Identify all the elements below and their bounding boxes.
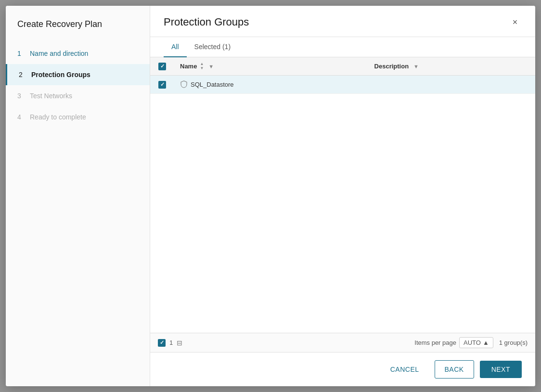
action-bar: CANCEL BACK NEXT — [150, 352, 535, 386]
step-label-2: Protection Groups — [31, 71, 90, 78]
row-checkbox[interactable] — [158, 81, 166, 89]
close-button[interactable]: × — [508, 15, 522, 29]
sidebar-step-4: 4 Ready to complete — [6, 106, 150, 128]
footer-clear-icon[interactable]: ⊟ — [177, 339, 182, 347]
row-name-cell: SQL_Datastore — [174, 76, 369, 94]
th-name-label: Name — [180, 63, 197, 70]
protection-groups-table: Name ▲ ▼ ▼ Description — [150, 57, 535, 94]
tab-all[interactable]: All — [164, 37, 187, 57]
sidebar-steps: 1 Name and direction 2 Protection Groups… — [6, 43, 150, 128]
items-per-page-select[interactable]: AUTO ▲ — [459, 337, 493, 348]
step-label-4: Ready to complete — [30, 113, 86, 121]
tab-selected[interactable]: Selected (1) — [187, 37, 238, 57]
filter-description-icon[interactable]: ▼ — [413, 64, 419, 69]
table-row[interactable]: SQL_Datastore — [150, 76, 535, 94]
footer-right: Items per page AUTO ▲ 1 group(s) — [414, 337, 528, 348]
row-name-value: SQL_Datastore — [191, 81, 234, 88]
table-header-row: Name ▲ ▼ ▼ Description — [150, 57, 535, 76]
sidebar-step-1: 1 Name and direction — [6, 43, 150, 64]
filter-name-icon[interactable]: ▼ — [208, 64, 214, 69]
th-checkbox — [150, 57, 174, 76]
items-per-page-value: AUTO — [464, 339, 481, 346]
step-number-1: 1 — [17, 50, 25, 57]
step-label-3: Test Networks — [30, 92, 72, 100]
row-checkbox-cell — [150, 76, 174, 94]
modal: Create Recovery Plan 1 Name and directio… — [6, 6, 535, 386]
table-footer: 1 ⊟ Items per page AUTO ▲ 1 group(s) — [150, 333, 535, 352]
step-label-1: Name and direction — [30, 50, 88, 57]
footer-select-checkbox[interactable] — [158, 339, 166, 347]
row-description-cell — [369, 76, 535, 94]
back-button[interactable]: BACK — [435, 360, 474, 379]
sort-asc-icon[interactable]: ▲ — [200, 62, 204, 66]
step-number-2: 2 — [19, 71, 26, 78]
cancel-button[interactable]: CANCEL — [381, 361, 429, 378]
groups-count: 1 group(s) — [499, 339, 528, 346]
footer-selected-count: 1 — [169, 339, 173, 346]
footer-left: 1 ⊟ — [158, 339, 182, 347]
next-button[interactable]: NEXT — [480, 361, 522, 378]
shield-icon — [180, 80, 188, 88]
th-description: Description ▼ — [369, 57, 535, 76]
items-per-page-label: Items per page — [414, 339, 456, 346]
content-header: Protection Groups × — [150, 6, 535, 37]
items-per-page-control: Items per page AUTO ▲ — [414, 337, 493, 348]
table-body: SQL_Datastore — [150, 76, 535, 94]
chevron-up-icon: ▲ — [483, 339, 489, 346]
content-panel: Protection Groups × All Selected (1) — [150, 6, 535, 386]
th-name: Name ▲ ▼ ▼ — [174, 57, 369, 76]
sidebar-step-2: 2 Protection Groups — [6, 64, 150, 85]
step-number-3: 3 — [17, 92, 25, 100]
sidebar: Create Recovery Plan 1 Name and directio… — [6, 6, 150, 386]
sort-icons-name: ▲ ▼ — [200, 62, 204, 70]
step-number-4: 4 — [17, 113, 25, 121]
select-all-checkbox[interactable] — [158, 63, 166, 70]
sort-desc-icon[interactable]: ▼ — [200, 66, 204, 70]
sidebar-title: Create Recovery Plan — [6, 19, 150, 43]
content-title: Protection Groups — [164, 16, 249, 28]
modal-overlay: Create Recovery Plan 1 Name and directio… — [0, 0, 541, 392]
th-description-label: Description — [374, 63, 409, 70]
table-container: Name ▲ ▼ ▼ Description — [150, 57, 535, 333]
sidebar-step-3: 3 Test Networks — [6, 85, 150, 106]
tabs-bar: All Selected (1) — [150, 37, 535, 57]
